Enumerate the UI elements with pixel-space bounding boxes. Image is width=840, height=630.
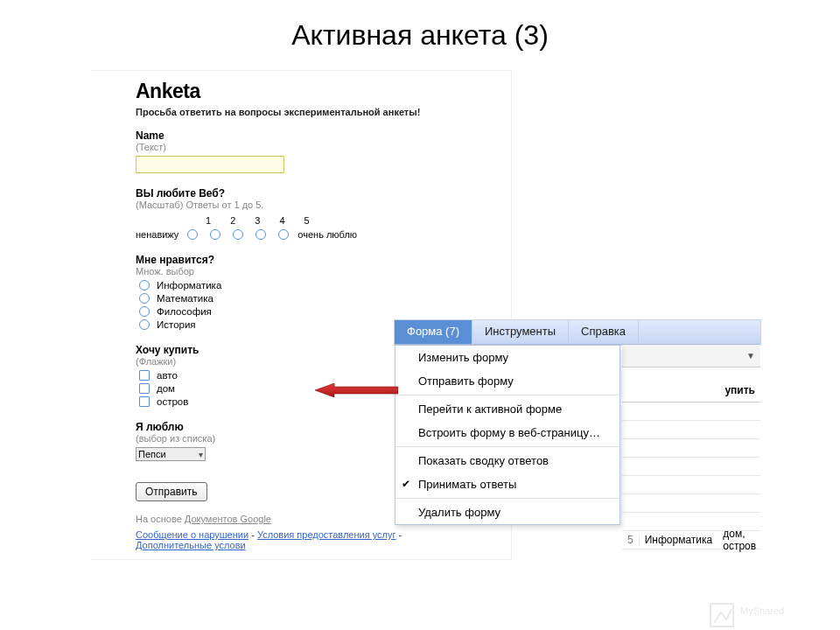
- buy-opt-1-check[interactable]: [139, 370, 150, 381]
- scale-right-label: очень люблю: [298, 229, 357, 240]
- row-subject: Информатика: [640, 534, 718, 546]
- like-opt-3-radio[interactable]: [139, 306, 150, 317]
- radio-5[interactable]: [278, 229, 289, 240]
- menu-tools[interactable]: Инструменты: [472, 320, 569, 344]
- scale-4: 4: [279, 215, 284, 226]
- check-icon: ✔: [402, 478, 410, 490]
- form-subtitle: Просьба ответить на вопросы эксперимента…: [136, 107, 467, 117]
- form-title: Anketa: [136, 80, 467, 103]
- link-terms[interactable]: Условия предоставления услуг: [257, 529, 396, 540]
- svg-text:MyShared: MyShared: [740, 606, 784, 616]
- like-opt-4: История: [157, 319, 196, 330]
- love-selected: Пепси: [138, 449, 166, 459]
- like-opt-3: Философия: [157, 306, 212, 317]
- radio-4[interactable]: [256, 229, 266, 240]
- buy-opt-2: дом: [157, 383, 175, 394]
- bg-row-empty: [622, 458, 760, 476]
- q2-hint: (Масштаб) Ответы от 1 до 5.: [136, 200, 467, 210]
- like-opt-1: Информатика: [157, 280, 221, 290]
- scale-2: 2: [230, 215, 235, 226]
- bg-row-data: 5 Информатика дом, остров: [622, 531, 760, 550]
- q2-label: ВЫ любите Веб?: [136, 187, 467, 200]
- row-num: 5: [622, 534, 640, 546]
- svg-marker-0: [315, 383, 398, 397]
- buy-opt-3: остров: [157, 396, 188, 407]
- radio-1[interactable]: [187, 229, 198, 240]
- content-area: Anketa Просьба ответить на вопросы экспе…: [92, 70, 766, 612]
- col-buy-header: упить: [719, 384, 760, 396]
- radio-2[interactable]: [210, 229, 220, 240]
- bg-header: упить: [622, 368, 760, 402]
- dd-delete[interactable]: Удалить форму: [396, 500, 620, 524]
- scale-left-label: ненавижу: [136, 229, 178, 240]
- buy-opt-2-check[interactable]: [139, 383, 150, 394]
- chevron-down-icon: ▾: [199, 450, 203, 459]
- q3-label: Мне нравится?: [136, 254, 467, 266]
- dd-edit-form[interactable]: Изменить форму: [396, 346, 620, 369]
- form-dropdown: Изменить форму Отправить форму Перейти к…: [395, 345, 620, 525]
- dd-embed[interactable]: Встроить форму в веб-страницу…: [396, 421, 620, 444]
- menu-form[interactable]: Форма (7): [395, 320, 472, 344]
- dd-send-form[interactable]: Отправить форму: [396, 369, 620, 393]
- scale-row: ненавижу очень люблю: [136, 229, 467, 240]
- link-extra[interactable]: Дополнительные услови: [136, 540, 246, 550]
- love-select[interactable]: Пепси ▾: [136, 447, 206, 461]
- buy-opt-1: авто: [157, 370, 178, 381]
- dd-accept[interactable]: ✔Принимать ответы: [396, 472, 620, 496]
- dd-accept-label: Принимать ответы: [418, 478, 516, 491]
- slide-title: Активная анкета (3): [0, 0, 840, 67]
- bg-row-empty: [622, 476, 760, 494]
- name-input[interactable]: [136, 156, 284, 173]
- menu-overlay: Форма (7) Инструменты Справка ▼ упить 5 …: [394, 319, 761, 346]
- toolbar-row: ▼: [622, 345, 760, 368]
- like-opt-2-radio[interactable]: [139, 293, 150, 304]
- dd-summary[interactable]: Показать сводку ответов: [396, 449, 620, 472]
- scale-1: 1: [206, 215, 211, 226]
- bg-row-empty: [622, 439, 760, 458]
- menu-help[interactable]: Справка: [569, 320, 639, 344]
- dash: -: [399, 529, 402, 540]
- row-buy: дом, остров: [718, 528, 761, 552]
- q1-hint: (Текст): [136, 142, 467, 152]
- link-abuse[interactable]: Сообщение о нарушении: [136, 529, 248, 540]
- question-web: ВЫ любите Веб? (Масштаб) Ответы от 1 до …: [136, 187, 467, 240]
- submit-button[interactable]: Отправить: [136, 482, 207, 501]
- footer-docs-link[interactable]: Документов Google: [185, 514, 271, 524]
- dash: -: [251, 529, 257, 540]
- arrow-annotation: [315, 383, 398, 397]
- dropdown-arrow-icon[interactable]: ▼: [746, 351, 755, 360]
- like-opt-2: Математика: [157, 293, 214, 304]
- bg-row-empty: [622, 402, 760, 421]
- bg-row-empty: [622, 421, 760, 439]
- q1-label: Name: [136, 130, 467, 142]
- watermark: MyShared: [709, 598, 840, 630]
- radio-3[interactable]: [233, 229, 243, 240]
- menu-bar: Форма (7) Инструменты Справка: [395, 320, 760, 345]
- footer-links: Сообщение о нарушении - Условия предоста…: [136, 529, 467, 550]
- scale-5: 5: [304, 215, 310, 226]
- buy-opt-3-check[interactable]: [139, 396, 150, 407]
- question-like: Мне нравится? Множ. выбор Информатика Ма…: [136, 254, 467, 330]
- bg-row-empty: [622, 494, 760, 513]
- like-opt-4-radio[interactable]: [139, 319, 150, 330]
- bg-table: ▼ упить 5 Информатика дом, остров: [622, 345, 760, 550]
- footer-prefix: На основе: [136, 514, 185, 524]
- question-name: Name (Текст): [136, 130, 467, 173]
- like-opt-1-radio[interactable]: [139, 280, 150, 290]
- scale-numbers: 1 2 3 4 5: [206, 215, 467, 226]
- q3-hint: Множ. выбор: [136, 266, 467, 276]
- dd-goto-active[interactable]: Перейти к активной форме: [396, 397, 620, 421]
- scale-3: 3: [255, 215, 260, 226]
